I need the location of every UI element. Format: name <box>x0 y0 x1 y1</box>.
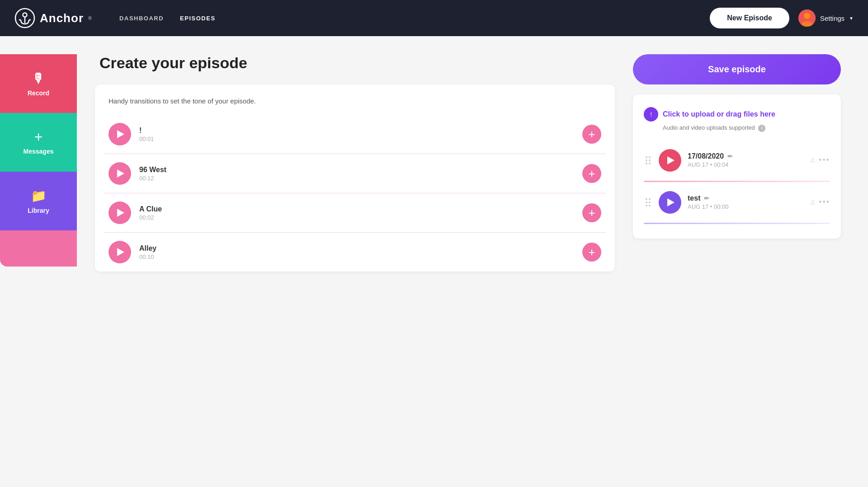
brand-name: Anchor <box>40 11 84 25</box>
track-play-button-1[interactable] <box>108 123 131 145</box>
chevron-down-icon: ▼ <box>849 16 854 21</box>
microphone-icon: 🎙 <box>32 71 45 86</box>
episode-meta-1: AUG 17 • 00:04 <box>688 161 803 168</box>
new-episode-button[interactable]: New Episode <box>710 8 789 28</box>
sidebar-item-library[interactable]: 📁 Library <box>0 172 77 230</box>
track-name-4: Alley <box>139 244 582 253</box>
edit-icon-2[interactable]: ✏ <box>704 195 709 202</box>
track-play-button-2[interactable] <box>108 162 131 185</box>
track-info-3: A Clue 00:02 <box>139 205 582 221</box>
play-triangle-icon <box>667 198 675 206</box>
episode-actions-1: ♫ ••• <box>810 155 830 165</box>
music-icon-2[interactable]: ♫ <box>810 198 815 206</box>
episode-actions-2: ♫ ••• <box>810 197 830 207</box>
track-add-button-2[interactable]: + <box>582 164 601 183</box>
track-item: Alley 00:10 + <box>104 232 606 272</box>
play-triangle-icon <box>117 209 124 217</box>
brand: Anchor® <box>14 8 92 28</box>
sidebar-library-label: Library <box>28 207 49 214</box>
edit-icon-1[interactable]: ✏ <box>727 153 733 160</box>
track-item: ! 00:01 + <box>104 115 606 154</box>
episode-separator-2 <box>644 223 830 224</box>
sidebar-item-messages[interactable]: + Messages <box>0 113 77 172</box>
plus-icon: + <box>588 246 595 258</box>
upload-cta-text: Click to upload or drag files here <box>663 110 775 118</box>
episode-menu-2[interactable]: ••• <box>819 197 830 207</box>
play-triangle-icon <box>117 130 124 138</box>
episode-separator-1 <box>644 181 830 182</box>
play-triangle-icon <box>667 156 675 164</box>
plus-icon: + <box>588 168 595 179</box>
nav-link-episodes[interactable]: EPISODES <box>180 15 215 22</box>
settings-area[interactable]: Settings ▼ <box>798 9 854 27</box>
page-title: Create your episode <box>99 54 615 72</box>
library-icon: 📁 <box>31 188 47 203</box>
episode-item-1: 17/08/2020 ✏ AUG 17 • 00:04 ♫ ••• <box>644 142 830 179</box>
upload-area: ↑ Click to upload or drag files here Aud… <box>633 94 841 239</box>
sidebar-item-bottom <box>0 230 77 267</box>
track-item: A Clue 00:02 + <box>104 193 606 232</box>
episode-play-button-1[interactable] <box>659 149 681 172</box>
upload-icon: ↑ <box>644 107 658 122</box>
track-add-button-4[interactable]: + <box>582 243 601 262</box>
right-column: Save episode ↑ Click to upload or drag f… <box>633 54 841 469</box>
episode-info-2: test ✏ AUG 17 • 00:00 <box>688 194 803 210</box>
info-icon: i <box>758 125 765 132</box>
drag-handle-1[interactable] <box>644 155 652 166</box>
play-triangle-icon <box>117 248 124 256</box>
track-info-4: Alley 00:10 <box>139 244 582 260</box>
center-column: Create your episode Handy transitions to… <box>95 54 615 469</box>
nav-link-dashboard[interactable]: DASHBOARD <box>119 15 164 22</box>
track-duration-3: 00:02 <box>139 214 582 221</box>
track-play-button-3[interactable] <box>108 201 131 224</box>
main-content: 🎙 Record + Messages 📁 Library Create you… <box>0 36 868 487</box>
svg-point-1 <box>23 13 27 17</box>
nav-links: DASHBOARD EPISODES <box>119 15 215 22</box>
track-item: 96 West 00:12 + <box>104 154 606 193</box>
track-list-header: Handy transitions to set the tone of you… <box>104 97 606 105</box>
track-info-1: ! 00:01 <box>139 126 582 142</box>
drag-handle-2[interactable] <box>644 197 652 208</box>
plus-icon: + <box>588 128 595 140</box>
track-name-2: 96 West <box>139 166 582 174</box>
settings-label: Settings <box>820 14 844 22</box>
upload-subtext: Audio and video uploads supported i <box>663 124 830 132</box>
track-duration-1: 00:01 <box>139 136 582 142</box>
track-info-2: 96 West 00:12 <box>139 166 582 182</box>
track-play-button-4[interactable] <box>108 241 131 263</box>
play-triangle-icon <box>117 169 124 178</box>
episode-menu-1[interactable]: ••• <box>819 155 830 165</box>
track-add-button-3[interactable]: + <box>582 203 601 222</box>
episode-title-1: 17/08/2020 ✏ <box>688 152 803 160</box>
avatar-image <box>798 9 816 27</box>
save-episode-button[interactable]: Save episode <box>633 54 841 84</box>
sidebar: 🎙 Record + Messages 📁 Library <box>0 54 77 469</box>
track-list-container: Handy transitions to set the tone of you… <box>95 84 615 272</box>
track-duration-4: 00:10 <box>139 253 582 260</box>
plus-messages-icon: + <box>34 130 43 144</box>
sidebar-item-record[interactable]: 🎙 Record <box>0 54 77 113</box>
track-name-1: ! <box>139 126 582 135</box>
music-icon-1[interactable]: ♫ <box>810 156 815 164</box>
episode-info-1: 17/08/2020 ✏ AUG 17 • 00:04 <box>688 152 803 168</box>
episode-item-2: test ✏ AUG 17 • 00:00 ♫ ••• <box>644 184 830 221</box>
episode-play-button-2[interactable] <box>659 191 681 214</box>
anchor-logo-icon <box>14 8 35 28</box>
upload-cta[interactable]: ↑ Click to upload or drag files here <box>644 107 830 122</box>
episode-meta-2: AUG 17 • 00:00 <box>688 203 803 210</box>
svg-point-6 <box>804 13 810 19</box>
track-duration-2: 00:12 <box>139 175 582 182</box>
track-add-button-1[interactable]: + <box>582 125 601 144</box>
nav-right: New Episode Settings ▼ <box>710 8 854 28</box>
navbar: Anchor® DASHBOARD EPISODES New Episode S… <box>0 0 868 36</box>
sidebar-record-label: Record <box>28 89 49 97</box>
plus-icon: + <box>588 207 595 219</box>
sidebar-messages-label: Messages <box>24 148 54 155</box>
episode-title-2: test ✏ <box>688 194 803 202</box>
avatar <box>798 9 816 27</box>
track-name-3: A Clue <box>139 205 582 213</box>
